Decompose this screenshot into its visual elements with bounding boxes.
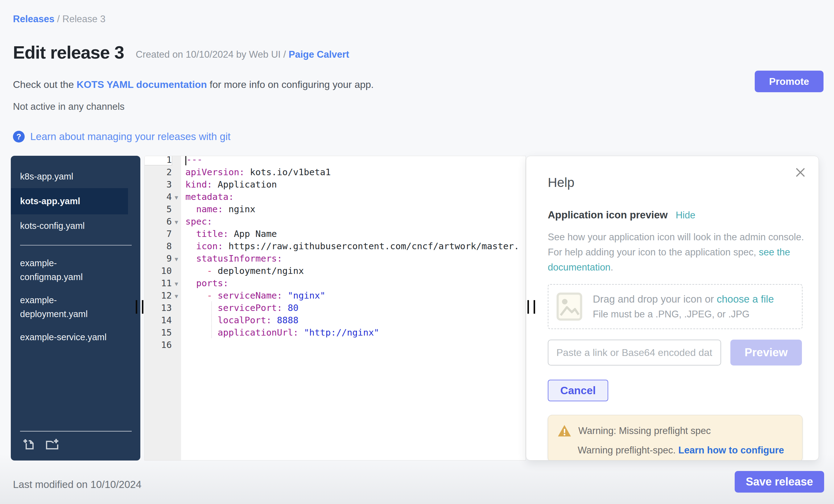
created-info: Created on 10/10/2024 by Web UI / Paige … — [136, 49, 349, 63]
code-line-5[interactable]: 5 name: nginx — [145, 203, 526, 215]
file-group-divider — [20, 245, 132, 245]
code-line-12[interactable]: 12▼ - serviceName: "nginx" — [145, 289, 526, 302]
file-tree-sidebar: k8s-app.yamlkots-app.yamlkots-config.yam… — [11, 156, 140, 461]
resize-handle-right[interactable] — [527, 300, 535, 314]
help-panel: Help Application icon preview Hide See h… — [526, 156, 819, 461]
warning-title: Warning: Missing preflight spec — [578, 425, 711, 436]
fold-arrow-icon[interactable]: ▼ — [172, 291, 181, 300]
fold-spacer — [172, 319, 181, 321]
preflight-warning-box: Warning: Missing preflight spec Warning … — [548, 415, 803, 461]
breadcrumb-releases-link[interactable]: Releases — [13, 14, 54, 24]
code-line-4[interactable]: 4▼metadata: — [145, 191, 526, 203]
doc-hint: Check out the KOTS YAML documentation fo… — [13, 79, 374, 90]
new-folder-icon[interactable] — [44, 438, 60, 451]
file-requirement: File must be a .PNG, .JPEG, or .JPG — [593, 309, 774, 320]
icon-url-row: Preview — [548, 339, 802, 366]
sidebar-footer — [20, 431, 132, 461]
save-release-button[interactable]: Save release — [735, 471, 824, 492]
code-line-16[interactable]: 16 — [145, 339, 526, 351]
file-item-kots-app-yaml[interactable]: kots-app.yaml — [11, 188, 128, 214]
promote-button[interactable]: Promote — [755, 71, 824, 92]
fold-spacer — [172, 233, 181, 235]
fold-spacer — [172, 171, 181, 173]
file-list: k8s-app.yamlkots-app.yamlkots-config.yam… — [11, 156, 140, 349]
section-title: Application icon preview — [548, 209, 668, 221]
learn-configure-link[interactable]: Learn how to configure — [678, 445, 784, 456]
fold-spacer — [172, 332, 181, 333]
code-line-14[interactable]: 14 localPort: 8888 — [145, 314, 526, 326]
fold-spacer — [172, 208, 181, 210]
file-item-example-service-yaml[interactable]: example-service.yaml — [11, 326, 123, 349]
yaml-editor[interactable]: 1---2apiVersion: kots.io/v1beta13kind: A… — [144, 156, 526, 461]
fold-spacer — [172, 245, 181, 247]
code-line-8[interactable]: 8 icon: https://raw.githubusercontent.co… — [145, 240, 526, 252]
fold-arrow-icon[interactable]: ▼ — [172, 217, 181, 226]
dropzone-text: Drag and drop your icon or choose a file… — [593, 293, 774, 320]
fold-arrow-icon[interactable]: ▼ — [172, 193, 181, 201]
code-line-10[interactable]: 10 - deployment/nginx — [145, 265, 526, 277]
fold-spacer — [172, 270, 181, 272]
channel-status: Not active in any channels — [13, 101, 125, 112]
code-line-6[interactable]: 6▼spec: — [145, 215, 526, 228]
git-help-row: ? Learn about managing your releases wit… — [13, 131, 231, 143]
icon-preview-section-header: Application icon preview Hide — [548, 209, 802, 221]
preview-button[interactable]: Preview — [730, 339, 802, 366]
title-row: Edit release 3 Created on 10/10/2024 by … — [13, 42, 349, 63]
help-title: Help — [548, 175, 802, 190]
file-item-example-configmap-yaml[interactable]: example-configmap.yaml — [11, 252, 123, 289]
fold-arrow-icon[interactable]: ▼ — [172, 254, 181, 263]
fold-arrow-icon[interactable]: ▼ — [172, 279, 181, 287]
icon-url-input[interactable] — [548, 339, 721, 366]
help-description: See how your application icon will look … — [548, 229, 813, 275]
code-line-2[interactable]: 2apiVersion: kots.io/v1beta1 — [145, 166, 526, 178]
file-item-example-deployment-yaml[interactable]: example-deployment.yaml — [11, 289, 123, 326]
code-line-15[interactable]: 15 applicationUrl: "http://nginx" — [145, 326, 526, 339]
icon-dropzone[interactable]: Drag and drop your icon or choose a file… — [548, 284, 803, 329]
page-title: Edit release 3 — [13, 42, 124, 63]
code-line-3[interactable]: 3kind: Application — [145, 178, 526, 191]
warning-detail: Warning preflight-spec. Learn how to con… — [578, 445, 793, 456]
hide-link[interactable]: Hide — [676, 210, 696, 221]
fold-spacer — [172, 307, 181, 309]
choose-file-link[interactable]: choose a file — [717, 293, 774, 305]
question-circle-icon: ? — [13, 131, 25, 143]
kots-yaml-doc-link[interactable]: KOTS YAML documentation — [76, 79, 207, 90]
cancel-button[interactable]: Cancel — [548, 380, 608, 401]
created-by-link[interactable]: Paige Calvert — [289, 49, 349, 60]
code-line-7[interactable]: 7 title: App Name — [145, 228, 526, 240]
indent-guide — [211, 302, 212, 338]
breadcrumb-separator: / — [54, 14, 62, 24]
code-line-11[interactable]: 11▼ ports: — [145, 277, 526, 289]
file-item-k8s-app-yaml[interactable]: k8s-app.yaml — [11, 165, 123, 188]
new-file-icon[interactable] — [23, 438, 36, 451]
warning-triangle-icon — [557, 424, 572, 437]
breadcrumb: Releases / Release 3 — [13, 14, 106, 25]
last-modified: Last modified on 10/10/2024 — [13, 479, 141, 490]
fold-spacer — [172, 344, 181, 346]
code-lines: 1---2apiVersion: kots.io/v1beta13kind: A… — [145, 156, 526, 351]
code-line-13[interactable]: 13 servicePort: 80 — [145, 302, 526, 314]
close-icon[interactable] — [794, 167, 806, 178]
breadcrumb-current: Release 3 — [62, 14, 106, 24]
resize-handle-left[interactable] — [135, 300, 144, 314]
fold-spacer — [172, 159, 181, 161]
image-placeholder-icon — [556, 292, 582, 322]
code-line-1[interactable]: 1--- — [145, 156, 526, 166]
git-learn-link[interactable]: Learn about managing your releases with … — [30, 131, 231, 143]
file-item-kots-config-yaml[interactable]: kots-config.yaml — [11, 214, 123, 238]
code-line-9[interactable]: 9▼ statusInformers: — [145, 252, 526, 265]
fold-spacer — [172, 183, 181, 185]
